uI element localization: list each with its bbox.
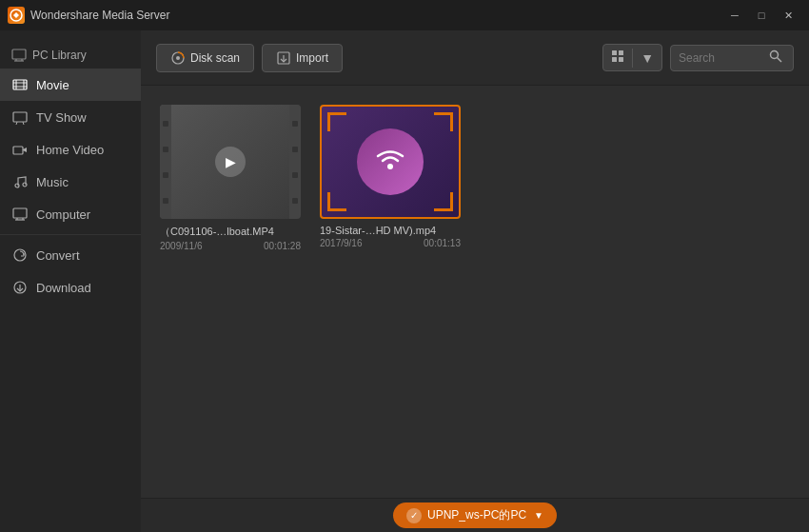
- minimize-button[interactable]: ─: [721, 5, 748, 26]
- sidebar-item-music[interactable]: Music: [0, 166, 141, 198]
- media-duration-1: 00:01:28: [264, 241, 301, 251]
- media-card-2[interactable]: 19-Sistar-…HD MV).mp4 2017/9/16 00:01:13: [320, 105, 461, 251]
- computer-label: Computer: [36, 207, 90, 222]
- device-button[interactable]: ✓ UPNP_ws-PC的PC ▼: [393, 502, 557, 528]
- sidebar-item-computer[interactable]: Computer: [0, 198, 141, 230]
- music-icon: [11, 173, 29, 190]
- convert-icon: [11, 246, 29, 264]
- svg-rect-1: [12, 49, 26, 59]
- check-icon: ✓: [406, 508, 422, 523]
- svg-rect-28: [619, 50, 623, 55]
- chevron-down-icon: ▼: [534, 510, 543, 521]
- disk-scan-button[interactable]: Disk scan: [156, 44, 254, 72]
- media-date-2: 2017/9/16: [320, 238, 363, 248]
- disk-scan-icon: [170, 50, 186, 66]
- sidebar-item-convert[interactable]: Convert: [0, 239, 141, 271]
- pc-library-section: PC Library: [0, 38, 141, 69]
- grid-view-button[interactable]: [603, 45, 632, 70]
- search-box: [670, 45, 794, 71]
- ws-icon: [357, 128, 424, 195]
- import-icon: [276, 50, 291, 66]
- device-name: UPNP_ws-PC的PC: [427, 507, 526, 523]
- computer-icon: [11, 206, 29, 223]
- media-duration-2: 00:01:13: [424, 238, 461, 248]
- svg-rect-10: [13, 112, 27, 122]
- view-toggle: ▼: [602, 44, 662, 71]
- svg-point-33: [387, 164, 393, 169]
- play-icon-1: ▶: [215, 147, 246, 177]
- home-video-icon: [11, 141, 29, 158]
- tv-icon: [11, 108, 29, 126]
- sidebar-item-movie[interactable]: Movie: [0, 69, 141, 101]
- tvshow-label: TV Show: [36, 110, 87, 125]
- search-input[interactable]: [679, 51, 764, 65]
- toolbar: Disk scan Import: [141, 30, 809, 86]
- app-title: Wondershare Media Server: [30, 9, 721, 22]
- svg-rect-16: [13, 208, 27, 218]
- homevideo-label: Home Video: [36, 143, 104, 157]
- download-label: Download: [36, 281, 91, 295]
- import-label: Import: [296, 51, 328, 65]
- content-area: Disk scan Import: [141, 30, 809, 532]
- svg-rect-5: [13, 80, 27, 89]
- media-meta-2: 2017/9/16 00:01:13: [320, 238, 461, 248]
- maximize-button[interactable]: □: [748, 5, 775, 26]
- media-card-1[interactable]: ▶ （C091106-…lboat.MP4 2009/11/6 00:01:28: [160, 105, 301, 251]
- music-label: Music: [36, 175, 69, 189]
- pc-library-label: PC Library: [32, 49, 87, 62]
- pc-library-icon: [11, 48, 27, 63]
- sidebar-item-homevideo[interactable]: Home Video: [0, 133, 141, 166]
- download-icon: [11, 279, 29, 296]
- movie-label: Movie: [36, 78, 69, 92]
- media-name-2: 19-Sistar-…HD MV).mp4: [320, 225, 461, 236]
- svg-point-31: [771, 50, 779, 58]
- media-thumb-1: ▶: [160, 105, 301, 219]
- disk-scan-label: Disk scan: [190, 51, 240, 65]
- media-date-1: 2009/11/6: [160, 241, 203, 251]
- title-bar: Wondershare Media Server ─ □ ✕: [0, 0, 809, 30]
- import-button[interactable]: Import: [262, 44, 343, 72]
- svg-rect-27: [612, 50, 617, 55]
- close-button[interactable]: ✕: [775, 5, 801, 26]
- app-icon: [8, 7, 25, 24]
- sidebar-item-tvshow[interactable]: TV Show: [0, 101, 141, 133]
- dropdown-view-button[interactable]: ▼: [633, 46, 661, 70]
- svg-rect-13: [13, 147, 23, 154]
- status-bar: ✓ UPNP_ws-PC的PC ▼: [141, 498, 809, 532]
- svg-line-32: [778, 57, 782, 62]
- media-meta-1: 2009/11/6 00:01:28: [160, 241, 301, 251]
- media-grid: ▶ （C091106-…lboat.MP4 2009/11/6 00:01:28: [141, 86, 809, 498]
- search-icon: [769, 49, 782, 67]
- main-layout: PC Library Movie: [0, 30, 809, 532]
- movie-icon: [11, 76, 29, 93]
- wifi-symbol: [373, 142, 407, 183]
- svg-rect-29: [612, 57, 617, 62]
- media-thumb-2: [320, 105, 461, 219]
- svg-rect-30: [619, 57, 623, 62]
- sidebar-divider: [0, 234, 141, 235]
- sidebar: PC Library Movie: [0, 30, 141, 532]
- convert-label: Convert: [36, 248, 80, 263]
- window-controls: ─ □ ✕: [721, 5, 801, 26]
- svg-point-24: [176, 56, 180, 60]
- sidebar-item-download[interactable]: Download: [0, 271, 141, 304]
- media-name-1: （C091106-…lboat.MP4: [160, 225, 301, 239]
